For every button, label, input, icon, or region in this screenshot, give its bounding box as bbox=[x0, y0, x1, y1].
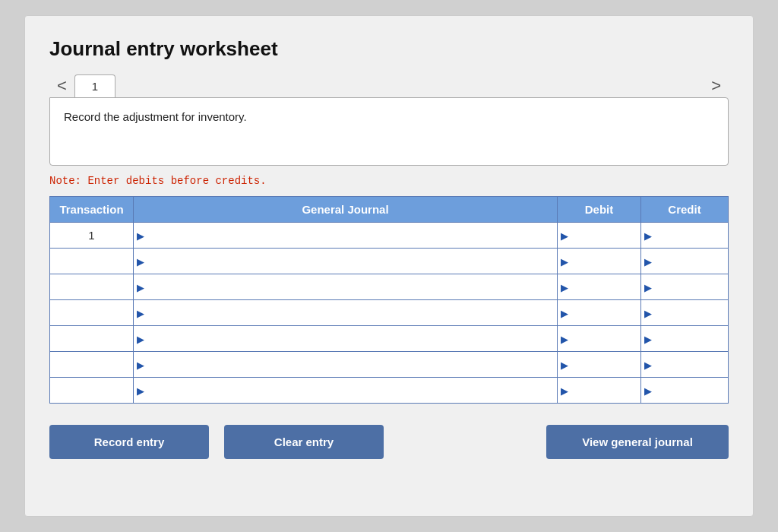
credit-input[interactable] bbox=[641, 300, 728, 325]
journal-cell[interactable]: ▶ bbox=[134, 352, 558, 378]
table-row: ▶▶▶ bbox=[50, 378, 729, 404]
debit-input[interactable] bbox=[558, 249, 640, 274]
transaction-cell bbox=[50, 249, 134, 274]
main-container: Journal entry worksheet < 1 > Record the… bbox=[24, 15, 754, 517]
debit-cell[interactable]: ▶ bbox=[558, 352, 641, 378]
credit-cell[interactable]: ▶ bbox=[641, 326, 729, 352]
credit-input[interactable] bbox=[641, 352, 728, 377]
credit-cell[interactable]: ▶ bbox=[641, 274, 729, 300]
journal-input[interactable] bbox=[134, 326, 557, 351]
description-box: Record the adjustment for inventory. bbox=[49, 97, 729, 166]
debit-input[interactable] bbox=[558, 223, 640, 248]
journal-cell[interactable]: ▶ bbox=[134, 378, 558, 404]
credit-cell[interactable]: ▶ bbox=[641, 378, 729, 404]
journal-input[interactable] bbox=[134, 300, 557, 325]
transaction-cell: 1 bbox=[50, 223, 134, 249]
prev-arrow[interactable]: < bbox=[49, 74, 74, 97]
journal-input[interactable] bbox=[134, 378, 557, 403]
debit-cell[interactable]: ▶ bbox=[558, 326, 641, 352]
view-general-journal-button[interactable]: View general journal bbox=[546, 425, 729, 459]
transaction-cell bbox=[50, 300, 134, 326]
credit-input[interactable] bbox=[641, 378, 728, 403]
transaction-cell bbox=[50, 274, 134, 300]
note-text: Note: Enter debits before credits. bbox=[49, 175, 729, 187]
table-row: ▶▶▶ bbox=[50, 326, 729, 352]
table-row: ▶▶▶ bbox=[50, 300, 729, 326]
debit-cell[interactable]: ▶ bbox=[558, 249, 641, 274]
journal-cell[interactable]: ▶ bbox=[134, 300, 558, 326]
table-row: ▶▶▶ bbox=[50, 274, 729, 300]
journal-cell[interactable]: ▶ bbox=[134, 274, 558, 300]
journal-cell[interactable]: ▶ bbox=[134, 249, 558, 274]
journal-cell[interactable]: ▶ bbox=[134, 223, 558, 249]
transaction-cell bbox=[50, 326, 134, 352]
record-entry-button[interactable]: Record entry bbox=[49, 425, 209, 459]
credit-cell[interactable]: ▶ bbox=[641, 223, 729, 249]
credit-cell[interactable]: ▶ bbox=[641, 352, 729, 378]
credit-cell[interactable]: ▶ bbox=[641, 249, 729, 274]
debit-input[interactable] bbox=[558, 300, 640, 325]
credit-input[interactable] bbox=[641, 223, 728, 248]
tab-navigation: < 1 > bbox=[49, 74, 729, 97]
debit-cell[interactable]: ▶ bbox=[558, 223, 641, 249]
transaction-cell bbox=[50, 352, 134, 378]
description-text: Record the adjustment for inventory. bbox=[64, 110, 247, 123]
tab-1[interactable]: 1 bbox=[74, 74, 115, 97]
credit-input[interactable] bbox=[641, 274, 728, 299]
debit-input[interactable] bbox=[558, 274, 640, 299]
debit-cell[interactable]: ▶ bbox=[558, 274, 641, 300]
header-transaction: Transaction bbox=[50, 197, 134, 223]
clear-entry-button[interactable]: Clear entry bbox=[224, 425, 384, 459]
table-row: 1▶▶▶ bbox=[50, 223, 729, 249]
debit-input[interactable] bbox=[558, 378, 640, 403]
transaction-cell bbox=[50, 378, 134, 404]
page-title: Journal entry worksheet bbox=[49, 37, 729, 61]
credit-cell[interactable]: ▶ bbox=[641, 300, 729, 326]
next-arrow[interactable]: > bbox=[704, 74, 729, 97]
debit-input[interactable] bbox=[558, 352, 640, 377]
journal-input[interactable] bbox=[134, 274, 557, 299]
table-row: ▶▶▶ bbox=[50, 249, 729, 274]
debit-cell[interactable]: ▶ bbox=[558, 378, 641, 404]
table-row: ▶▶▶ bbox=[50, 352, 729, 378]
journal-cell[interactable]: ▶ bbox=[134, 326, 558, 352]
credit-input[interactable] bbox=[641, 326, 728, 351]
journal-input[interactable] bbox=[134, 352, 557, 377]
journal-table: Transaction General Journal Debit Credit… bbox=[49, 196, 729, 404]
buttons-row: Record entry Clear entry View general jo… bbox=[49, 425, 729, 459]
journal-input[interactable] bbox=[134, 223, 557, 248]
journal-input[interactable] bbox=[134, 249, 557, 274]
header-general-journal: General Journal bbox=[134, 197, 558, 223]
header-debit: Debit bbox=[558, 197, 641, 223]
debit-input[interactable] bbox=[558, 326, 640, 351]
header-credit: Credit bbox=[641, 197, 729, 223]
debit-cell[interactable]: ▶ bbox=[558, 300, 641, 326]
credit-input[interactable] bbox=[641, 249, 728, 274]
